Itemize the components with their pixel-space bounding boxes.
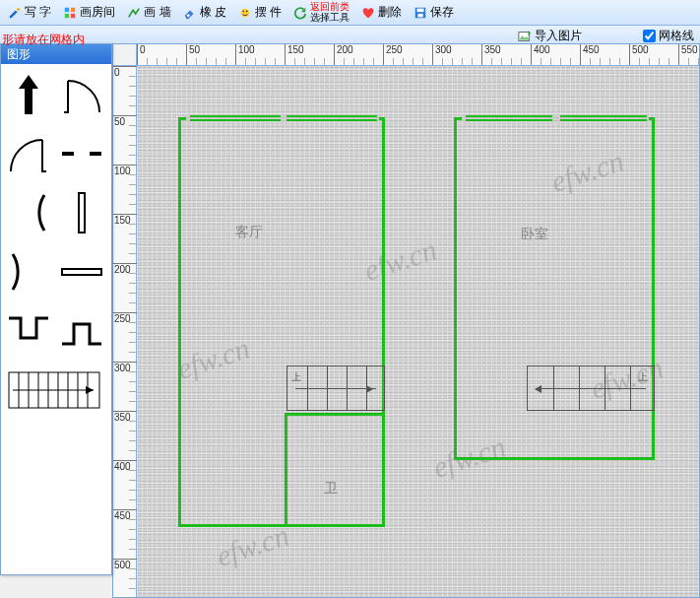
svg-rect-0 bbox=[65, 7, 69, 11]
wall-internal-v[interactable] bbox=[285, 413, 287, 527]
shape-stairs[interactable] bbox=[5, 364, 103, 417]
draw-wall-button[interactable]: 画 墙 bbox=[121, 2, 176, 23]
import-image-label: 导入图片 bbox=[535, 28, 582, 44]
room-living-window-2[interactable] bbox=[286, 115, 377, 117]
svg-rect-3 bbox=[71, 13, 75, 17]
draw-room-button[interactable]: 画房间 bbox=[57, 2, 121, 23]
draw-wall-label: 画 墙 bbox=[144, 4, 170, 21]
place-icon bbox=[238, 6, 252, 20]
save-icon bbox=[414, 6, 427, 20]
svg-rect-12 bbox=[62, 269, 101, 275]
h-tick: 50 bbox=[186, 44, 200, 66]
vertical-ruler: 050100150200250300350400450500 bbox=[113, 66, 137, 597]
gridlines-toggle[interactable]: 网格线 bbox=[643, 28, 700, 44]
write-text-label: 写 字 bbox=[25, 4, 51, 21]
room-bedroom-window-2[interactable] bbox=[560, 115, 647, 117]
room-living-window-1[interactable] bbox=[190, 115, 281, 117]
shape-arrow-up[interactable] bbox=[5, 68, 52, 121]
drawing-canvas[interactable]: efw.cn efw.cn efw.cn efw.cn efw.cn efw.c… bbox=[137, 66, 699, 597]
back-tool-button[interactable]: 返回前类 选择工具 bbox=[287, 0, 355, 25]
svg-rect-11 bbox=[79, 193, 85, 233]
delete-label: 删除 bbox=[378, 4, 402, 21]
back-tool-label: 返回前类 选择工具 bbox=[310, 2, 350, 23]
svg-rect-9 bbox=[418, 13, 423, 17]
stairs-living[interactable]: 上 bbox=[286, 365, 385, 411]
stairs-bedroom-up-label: 上 bbox=[638, 370, 648, 384]
notice-text: 形请放在网格内 bbox=[0, 30, 87, 50]
shape-arc-right[interactable] bbox=[5, 245, 52, 299]
refresh-icon bbox=[293, 6, 307, 20]
svg-rect-2 bbox=[65, 13, 69, 17]
wall-icon bbox=[127, 6, 141, 20]
palette-body bbox=[1, 64, 111, 421]
save-button[interactable]: 保存 bbox=[408, 2, 460, 23]
shape-door-swing-right[interactable] bbox=[58, 68, 105, 121]
save-label: 保存 bbox=[430, 4, 454, 21]
ruler-corner bbox=[113, 44, 137, 66]
room-wc-label: 卫 bbox=[324, 480, 338, 498]
shapes-palette: 图形 bbox=[0, 43, 112, 575]
svg-rect-1 bbox=[71, 7, 75, 11]
eraser-label: 橡 皮 bbox=[200, 4, 226, 21]
shape-opening[interactable] bbox=[58, 127, 105, 180]
pencil-icon bbox=[8, 6, 22, 20]
svg-rect-8 bbox=[417, 8, 424, 12]
heart-icon bbox=[361, 6, 375, 20]
room-icon bbox=[63, 6, 77, 20]
place-item-button[interactable]: 摆 件 bbox=[232, 2, 287, 23]
h-tick: 0 bbox=[137, 44, 146, 66]
stairs-bedroom[interactable]: 上 bbox=[527, 365, 655, 411]
room-living[interactable] bbox=[178, 117, 385, 527]
delete-button[interactable]: 删除 bbox=[355, 2, 408, 23]
eraser-button[interactable]: 橡 皮 bbox=[177, 2, 232, 23]
shape-niche-up[interactable] bbox=[58, 304, 105, 358]
shape-door-swing-left[interactable] bbox=[5, 127, 52, 180]
stairs-living-up-label: 上 bbox=[291, 370, 301, 384]
room-bedroom-window-1[interactable] bbox=[466, 115, 552, 117]
room-living-label: 客厅 bbox=[235, 224, 263, 241]
wall-internal-h[interactable] bbox=[285, 413, 385, 416]
shape-window-vertical[interactable] bbox=[58, 186, 105, 239]
svg-point-5 bbox=[242, 10, 244, 12]
place-item-label: 摆 件 bbox=[255, 4, 282, 21]
shape-niche-down[interactable] bbox=[5, 304, 52, 358]
gridlines-label: 网格线 bbox=[659, 28, 694, 44]
main-toolbar: 写 字 画房间 画 墙 橡 皮 摆 件 返回前类 选择工具 bbox=[0, 0, 700, 26]
room-bedroom-label: 卧室 bbox=[521, 226, 548, 243]
draw-room-label: 画房间 bbox=[80, 4, 115, 21]
shape-window-horizontal[interactable] bbox=[58, 245, 105, 299]
eraser-icon bbox=[183, 6, 197, 20]
horizontal-ruler: 050100150200250300350400450500550 bbox=[137, 44, 699, 66]
shape-arc-left[interactable] bbox=[5, 186, 52, 239]
canvas-area: 050100150200250300350400450500550 050100… bbox=[112, 43, 700, 598]
write-text-button[interactable]: 写 字 bbox=[2, 2, 57, 23]
gridlines-checkbox[interactable] bbox=[643, 30, 656, 42]
import-icon bbox=[518, 30, 532, 43]
svg-point-6 bbox=[246, 10, 248, 12]
